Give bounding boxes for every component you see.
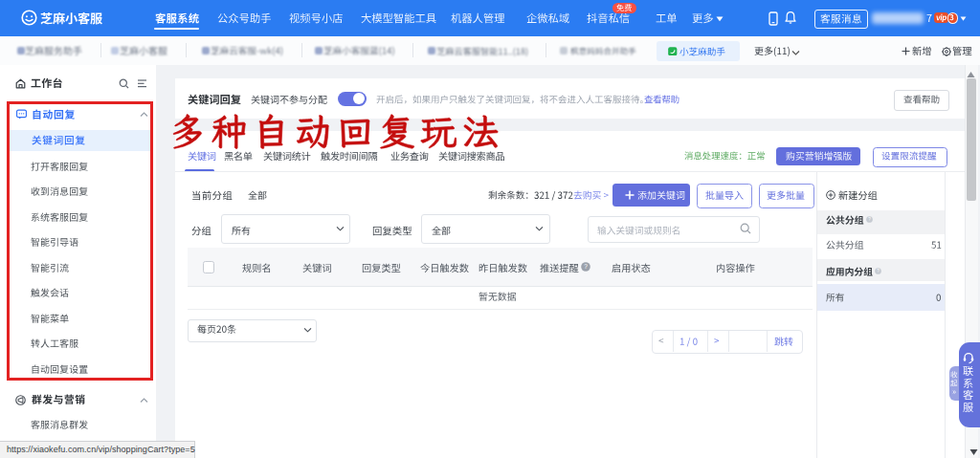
svg-text:?: ?	[584, 263, 588, 270]
